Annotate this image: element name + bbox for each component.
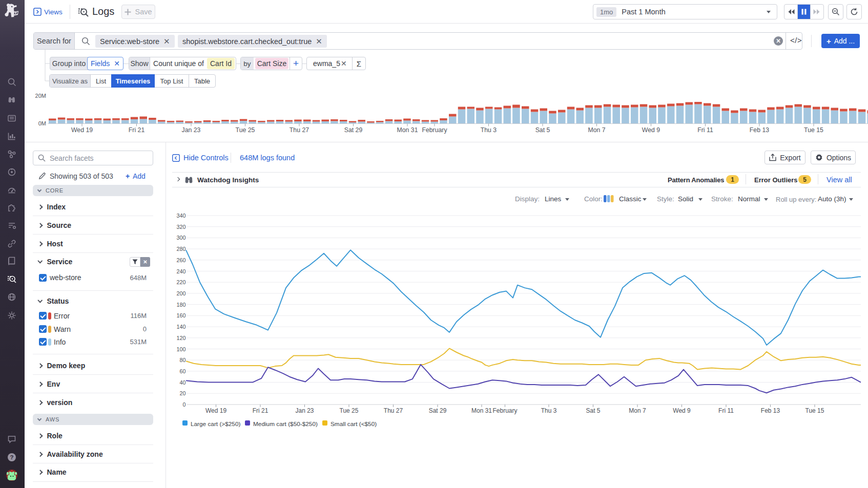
- svg-text:160: 160: [176, 312, 185, 319]
- svg-text:100: 100: [176, 346, 185, 352]
- svg-text:Fri 11: Fri 11: [718, 407, 734, 414]
- svg-text:?: ?: [10, 454, 13, 460]
- svg-text:Wed 9: Wed 9: [673, 407, 691, 414]
- svg-text:Fri 11: Fri 11: [697, 126, 713, 134]
- svg-text:200: 200: [176, 290, 185, 296]
- svg-text:Tue 25: Tue 25: [340, 407, 359, 414]
- svg-text:40: 40: [179, 379, 185, 386]
- svg-text:Thu 3: Thu 3: [481, 126, 497, 134]
- svg-text:0: 0: [182, 401, 185, 408]
- svg-text:Wed 19: Wed 19: [205, 407, 226, 414]
- svg-text:60: 60: [179, 368, 185, 374]
- svg-text:Mon 31: Mon 31: [397, 126, 418, 134]
- svg-text:Tue 15: Tue 15: [805, 407, 824, 414]
- svg-text:Thu 27: Thu 27: [384, 407, 403, 414]
- svg-text:20M: 20M: [35, 93, 46, 99]
- svg-text:240: 240: [176, 268, 185, 274]
- svg-text:Wed 19: Wed 19: [71, 126, 93, 134]
- svg-text:280: 280: [176, 246, 185, 252]
- svg-text:Feb 13: Feb 13: [750, 126, 769, 134]
- svg-text:Fri 21: Fri 21: [129, 126, 145, 134]
- svg-text:Jan 23: Jan 23: [182, 126, 201, 134]
- svg-text:Mon 31: Mon 31: [471, 407, 492, 414]
- svg-text:Thu 3: Thu 3: [541, 407, 557, 414]
- svg-text:February: February: [422, 126, 447, 134]
- svg-text:20: 20: [179, 390, 185, 396]
- svg-text:320: 320: [176, 224, 185, 230]
- svg-text:Tue 15: Tue 15: [804, 126, 823, 134]
- svg-text:Mon 7: Mon 7: [588, 126, 605, 134]
- svg-text:140: 140: [176, 324, 185, 330]
- svg-text:Fri 21: Fri 21: [253, 407, 268, 414]
- svg-text:80: 80: [179, 357, 185, 363]
- svg-text:220: 220: [176, 279, 185, 285]
- svg-text:180: 180: [176, 302, 185, 308]
- svg-text:Feb 13: Feb 13: [761, 407, 780, 414]
- svg-text:Sat 5: Sat 5: [586, 407, 600, 414]
- svg-text:340: 340: [176, 213, 185, 219]
- svg-text:Mon 7: Mon 7: [629, 407, 646, 414]
- svg-text:February: February: [492, 407, 517, 414]
- svg-text:300: 300: [176, 235, 185, 241]
- svg-text:Jan 23: Jan 23: [295, 407, 314, 414]
- svg-text:Tue 25: Tue 25: [236, 126, 255, 134]
- svg-text:Sat 29: Sat 29: [344, 126, 363, 134]
- svg-text:260: 260: [176, 257, 185, 263]
- svg-text:0M: 0M: [38, 120, 46, 126]
- svg-text:Wed 9: Wed 9: [642, 126, 660, 134]
- svg-text:Sat 5: Sat 5: [535, 126, 550, 134]
- svg-text:Thu 27: Thu 27: [290, 126, 309, 134]
- svg-text:Sat 29: Sat 29: [429, 407, 447, 414]
- svg-text:120: 120: [176, 335, 185, 341]
